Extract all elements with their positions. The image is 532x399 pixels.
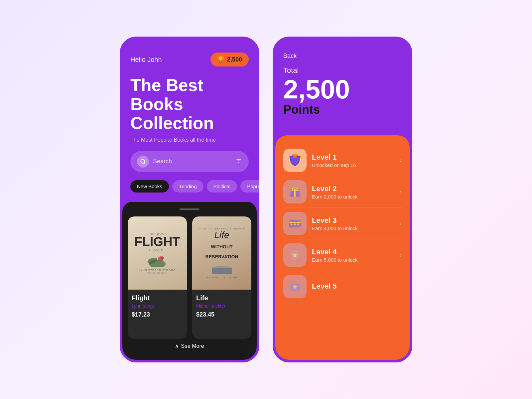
book-cover-life: IN GOD'S GENEROUS DESIGN LifeWITHOUTRESE… (192, 216, 251, 290)
svg-point-7 (161, 256, 164, 260)
greeting-text: Hello John (130, 56, 162, 64)
book-author-flight: Lynn steger (132, 303, 183, 309)
levels-panel: Level 1 Unlocked on sep 16 › (275, 135, 410, 360)
svg-point-17 (294, 223, 296, 225)
level-5-icon (283, 275, 307, 298)
points-badge[interactable]: 🏆 2,500 (210, 53, 249, 66)
tab-political[interactable]: Political (207, 180, 237, 193)
search-placeholder: Search (153, 158, 231, 165)
svg-rect-15 (289, 222, 301, 223)
badge-points: 2,500 (227, 56, 242, 63)
level-5-name: Level 5 (312, 282, 402, 291)
search-bar[interactable]: Search (130, 151, 249, 172)
book-title-flight: Flight (132, 294, 183, 302)
svg-point-18 (297, 223, 299, 225)
filter-icon[interactable] (235, 158, 242, 166)
svg-point-16 (291, 223, 293, 225)
level-4-desc: Earn 5,000 to unlock (312, 257, 394, 263)
level-3-icon (283, 212, 307, 235)
level-4-text: Level 4 Earn 5,000 to unlock (312, 248, 394, 263)
points-word: Points (283, 103, 402, 117)
book-price-flight: $17.23 (132, 311, 183, 318)
book-info-life: Life Michel stickler $23.45 (192, 290, 251, 323)
category-tabs: New Books Trinding Political Popular (130, 180, 249, 193)
level-3-name: Level 3 (312, 216, 394, 225)
level-3-text: Level 3 Earn 4,000 to unlock (312, 216, 394, 231)
book-title-life: Life (196, 294, 247, 302)
level-item-2[interactable]: Level 2 Earn 2,000 to unlock › (283, 176, 402, 208)
svg-rect-8 (212, 268, 232, 274)
subtitle-text: The Most Popular Books all the time (130, 137, 249, 143)
level-item-5[interactable]: Level 5 (283, 271, 402, 300)
left-phone: Hello John 🏆 2,500 The Best Books Collec… (120, 37, 259, 362)
level-2-name: Level 2 (312, 185, 394, 193)
level-1-chevron[interactable]: › (400, 157, 402, 164)
book-price-life: $23.45 (196, 311, 247, 318)
level-2-icon (283, 180, 307, 203)
tab-trending[interactable]: Trinding (172, 180, 203, 193)
level-4-chevron[interactable]: › (400, 252, 402, 259)
book-card-flight[interactable]: — ARIN BOOK — FLIGHT A NOVEL (128, 216, 187, 339)
level-item-4[interactable]: Level 4 Earn 5,000 to unlock › (283, 239, 402, 271)
drag-handle (180, 208, 200, 210)
main-title: The Best Books Collection (130, 76, 249, 133)
level-1-desc: Unlocked on sep 16 (312, 162, 394, 168)
see-more-row[interactable]: ∧ See More (128, 339, 251, 353)
right-phone: Back Total 2,500 Points (273, 37, 412, 362)
level-4-name: Level 4 (312, 248, 394, 256)
level-5-text: Level 5 (312, 282, 402, 291)
level-2-text: Level 2 Earn 2,000 to unlock (312, 185, 394, 200)
level-2-chevron[interactable]: › (400, 189, 402, 196)
bottom-panel: — ARIN BOOK — FLIGHT A NOVEL (122, 202, 257, 360)
level-item-3[interactable]: Level 3 Earn 4,000 to unlock › (283, 208, 402, 239)
book-info-flight: Flight Lynn steger $17.23 (128, 290, 187, 323)
chevron-up-icon: ∧ (175, 343, 179, 349)
total-label: Total (283, 66, 402, 75)
level-1-text: Level 1 Unlocked on sep 16 (312, 153, 394, 168)
trophy-icon: 🏆 (217, 56, 224, 63)
level-2-desc: Earn 2,000 to unlock (312, 194, 394, 200)
level-item-1[interactable]: Level 1 Unlocked on sep 16 › (283, 145, 402, 176)
book-cover-flight: — ARIN BOOK — FLIGHT A NOVEL (128, 216, 187, 290)
search-icon-wrap (137, 156, 149, 168)
level-1-icon (283, 149, 307, 172)
tab-new-books[interactable]: New Books (130, 180, 169, 193)
back-button[interactable]: Back (283, 53, 402, 60)
svg-point-0 (141, 159, 145, 163)
tab-popular[interactable]: Popular (240, 180, 259, 193)
see-more-label: See More (181, 343, 204, 349)
books-grid: — ARIN BOOK — FLIGHT A NOVEL (128, 216, 251, 339)
book-author-life: Michel stickler (196, 303, 247, 309)
level-1-name: Level 1 (312, 153, 394, 162)
level-3-desc: Earn 4,000 to unlock (312, 225, 394, 231)
points-big-value: 2,500 (283, 76, 402, 103)
level-4-icon (283, 243, 307, 267)
book-card-life[interactable]: IN GOD'S GENEROUS DESIGN LifeWITHOUTRESE… (192, 216, 251, 339)
level-3-chevron[interactable]: › (400, 220, 402, 227)
